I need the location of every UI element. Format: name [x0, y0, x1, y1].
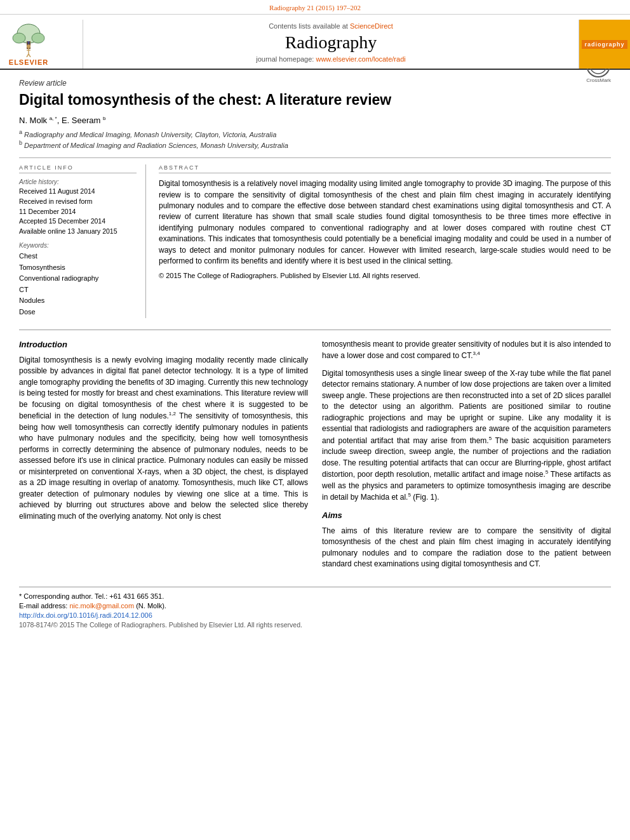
ref-3-4: 3,4	[473, 350, 479, 356]
sciencedirect-link[interactable]: ScienceDirect	[350, 22, 393, 30]
journal-badge-area: radiography	[579, 20, 630, 69]
keyword-nodules: Nodules	[19, 297, 44, 304]
keyword-dose: Dose	[19, 308, 36, 316]
email-note: E-mail address: nic.molk@gmail.com (N. M…	[19, 602, 611, 610]
author-nmolk: N. Molk a, *,	[19, 116, 59, 125]
intro-para1: Digital tomosynthesis is a newly evolvin…	[19, 356, 308, 421]
info-section: ARTICLE INFO Article history: Received 1…	[19, 157, 611, 317]
abstract-text: Digital tomosynthesis is a relatively no…	[159, 178, 611, 267]
received-revised-label: Received in revised form	[19, 197, 93, 205]
keyword-conventional: Conventional radiography	[19, 274, 98, 282]
body-columns: Introduction Digital tomosynthesis is a …	[19, 339, 611, 577]
journal-reference-bar: Radiography 21 (2015) 197–202	[0, 0, 630, 15]
journal-header-center: Contents lists available at ScienceDirec…	[83, 20, 579, 69]
corresponding-note: * Corresponding author. Tel.: +61 431 66…	[19, 592, 611, 600]
article-container: Review article ✓ CrossMark Digital tomos…	[0, 70, 630, 641]
intro-para2: The sensitivity of tomosynthesis, this b…	[19, 411, 308, 521]
article-title: Digital tomosynthesis of the chest: A li…	[19, 91, 611, 109]
affiliation-b-text: Department of Medical Imaging and Radiat…	[24, 141, 288, 149]
history-label: Article history:	[19, 178, 137, 185]
copyright-line: © 2015 The College of Radiographers. Pub…	[159, 272, 611, 279]
sciencedirect-line: Contents lists available at ScienceDirec…	[90, 22, 572, 30]
keyword-tomosynthesis: Tomosynthesis	[19, 263, 65, 271]
abstract-column: ABSTRACT Digital tomosynthesis is a rela…	[159, 164, 611, 317]
ref-5b: 5	[546, 469, 548, 475]
affiliation-b: b Department of Medical Imaging and Radi…	[19, 140, 611, 149]
svg-point-3	[13, 33, 25, 43]
crossmark-label: CrossMark	[586, 77, 611, 83]
affiliation-a-text: Radiography and Medical Imaging, Monash …	[24, 131, 276, 138]
email-address[interactable]: nic.molk@gmail.com	[69, 602, 134, 610]
keywords-list: Chest Tomosynthesis Conventional radiogr…	[19, 251, 137, 318]
corresponding-text: * Corresponding author. Tel.: +61 431 66…	[19, 592, 164, 600]
author-eseeram: E. Seeram b	[62, 116, 105, 125]
aims-heading: Aims	[322, 510, 611, 522]
journal-reference-text: Radiography 21 (2015) 197–202	[269, 4, 361, 11]
doi-link[interactable]: http://dx.doi.org/10.1016/j.radi.2014.12…	[19, 611, 152, 619]
elsevier-tree-icon	[6, 22, 51, 57]
elsevier-logo: ELSEVIER	[6, 22, 51, 66]
sciencedirect-label: Contents lists available at	[269, 22, 348, 30]
svg-point-5	[27, 44, 30, 48]
ref-1-2: 1,2	[169, 411, 176, 417]
journal-header: ELSEVIER Contents lists available at Sci…	[0, 15, 630, 70]
article-type-label: Review article	[19, 79, 611, 88]
homepage-link[interactable]: www.elsevier.com/locate/radi	[316, 55, 405, 63]
keyword-chest: Chest	[19, 252, 37, 260]
svg-point-4	[32, 33, 44, 43]
intro-text-right-part2: Digital tomosynthesis uses a single line…	[322, 368, 611, 503]
intro-heading: Introduction	[19, 339, 308, 351]
radiography-badge: radiography	[582, 40, 627, 49]
intro-text-right-part1: tomosynthesis meant to provide greater s…	[322, 339, 611, 362]
ref-5c: 5	[408, 492, 410, 498]
badge-text: radiography	[584, 41, 624, 48]
email-author: (N. Molk).	[136, 602, 166, 610]
revised-date: 11 December 2014	[19, 208, 76, 215]
accepted-date: Accepted 15 December 2014	[19, 217, 105, 225]
available-date: Available online 13 January 2015	[19, 227, 117, 235]
authors-line: N. Molk a, *, E. Seeram b	[19, 116, 611, 125]
received-date: Received 11 August 2014	[19, 187, 95, 195]
article-info-column: ARTICLE INFO Article history: Received 1…	[19, 164, 146, 317]
issn-line: 1078-8174/© 2015 The College of Radiogra…	[19, 621, 611, 629]
homepage-line: journal homepage: www.elsevier.com/locat…	[90, 55, 572, 63]
homepage-label: journal homepage:	[256, 55, 314, 63]
body-column-left: Introduction Digital tomosynthesis is a …	[19, 339, 308, 577]
intro-text-left: Digital tomosynthesis is a newly evolvin…	[19, 355, 308, 523]
email-label: E-mail address:	[19, 602, 67, 610]
keywords-heading: Keywords:	[19, 242, 137, 249]
elsevier-logo-area: ELSEVIER	[0, 20, 83, 69]
affiliation-a: a Radiography and Medical Imaging, Monas…	[19, 129, 611, 138]
article-info-heading: ARTICLE INFO	[19, 164, 137, 173]
below-word: below	[191, 500, 211, 509]
ref-5a: 5	[489, 436, 492, 441]
keyword-ct: CT	[19, 286, 29, 293]
article-dates: Received 11 August 2014 Received in revi…	[19, 187, 137, 237]
abstract-heading: ABSTRACT	[159, 164, 611, 173]
journal-name: Radiography	[90, 32, 572, 53]
body-column-right: tomosynthesis meant to provide greater s…	[322, 339, 611, 577]
section-divider	[19, 330, 611, 330]
elsevier-label: ELSEVIER	[9, 58, 48, 66]
aims-text: The aims of this literature review are t…	[322, 526, 611, 570]
footer-area: * Corresponding author. Tel.: +61 431 66…	[19, 587, 611, 629]
